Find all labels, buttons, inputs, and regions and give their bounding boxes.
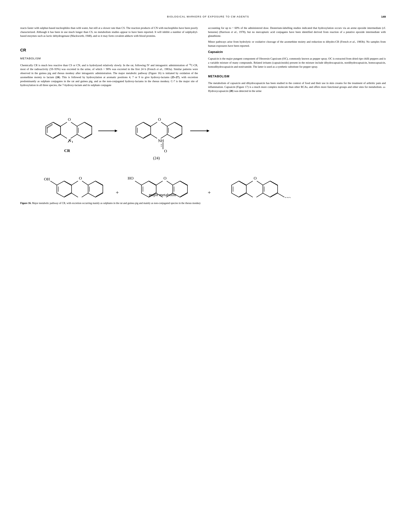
svg-marker-10 bbox=[77, 122, 92, 138]
svg-line-25 bbox=[151, 122, 157, 126]
svg-line-18 bbox=[60, 134, 67, 138]
svg-line-84 bbox=[239, 193, 246, 197]
svg-text:O: O bbox=[254, 176, 257, 181]
cr-oxygen-top: O bbox=[68, 117, 71, 122]
svg-text:NH: NH bbox=[158, 138, 164, 143]
svg-line-85 bbox=[246, 181, 253, 185]
svg-line-69 bbox=[167, 181, 173, 185]
svg-line-64 bbox=[149, 181, 156, 185]
svg-marker-40 bbox=[207, 130, 210, 132]
metabolism-subheading-left: METABOLISM bbox=[20, 56, 198, 60]
cr-structure: O N bbox=[46, 117, 92, 153]
svg-line-96 bbox=[246, 193, 253, 197]
right-para-1: accounting for up to ~ 60% of the admini… bbox=[208, 26, 386, 38]
svg-marker-20 bbox=[115, 130, 117, 132]
svg-line-91 bbox=[270, 193, 277, 197]
figure-caption: Figure 16. Major metabolic pathway of CR… bbox=[20, 201, 386, 205]
figure-caption-bold: Figure 16. bbox=[20, 202, 31, 204]
capsaicin-para-1: Capsaicin is the major pungent component… bbox=[208, 57, 386, 69]
figure-caption-text: Major metabolic pathway of CR, with excr… bbox=[31, 202, 201, 204]
svg-text:O: O bbox=[164, 149, 167, 153]
page-number: 149 bbox=[381, 15, 386, 19]
right-column: accounting for up to ~ 60% of the admini… bbox=[208, 26, 386, 95]
compound-25: OH O NH bbox=[44, 176, 103, 198]
svg-line-87 bbox=[257, 181, 263, 185]
svg-line-94 bbox=[256, 193, 263, 197]
svg-line-23 bbox=[144, 123, 151, 127]
svg-marker-2 bbox=[58, 127, 59, 133]
svg-text:OH: OH bbox=[44, 177, 50, 181]
svg-line-27 bbox=[161, 122, 167, 126]
svg-line-73 bbox=[180, 193, 187, 197]
metabolism-para: The metabolism of capsaicin and dihydroc… bbox=[208, 81, 386, 93]
svg-marker-81 bbox=[232, 181, 246, 197]
svg-line-47 bbox=[72, 181, 78, 185]
right-para-2: Minor pathways arise from hydrolytic or … bbox=[208, 40, 386, 48]
svg-line-13 bbox=[85, 134, 92, 138]
svg-line-53 bbox=[96, 193, 103, 197]
left-column: reacts faster with sulphur-based nucleop… bbox=[20, 26, 198, 95]
svg-line-44 bbox=[64, 193, 71, 197]
svg-line-66 bbox=[135, 181, 141, 185]
plus-sign-1: + bbox=[116, 189, 119, 195]
figure-16: O N bbox=[20, 102, 386, 205]
svg-line-34 bbox=[151, 134, 157, 138]
metabolism-subheading-right: METABOLISM bbox=[208, 74, 386, 78]
svg-marker-1 bbox=[47, 124, 52, 128]
svg-marker-28 bbox=[167, 122, 182, 138]
svg-line-83 bbox=[239, 181, 246, 185]
intro-paragraph: reacts faster with sulphur-based nucleop… bbox=[20, 26, 198, 38]
figure-svg-container: O N bbox=[20, 102, 386, 198]
compound-24: O NH O bbox=[136, 117, 182, 160]
svg-line-12 bbox=[85, 123, 92, 127]
svg-line-90 bbox=[270, 181, 277, 185]
svg-line-5 bbox=[53, 123, 60, 127]
svg-line-54 bbox=[82, 193, 88, 197]
cr-label: CR bbox=[64, 148, 70, 153]
svg-marker-41 bbox=[57, 181, 72, 197]
svg-text:HO: HO bbox=[128, 176, 134, 181]
svg-marker-0 bbox=[46, 122, 60, 138]
svg-line-9 bbox=[71, 122, 77, 126]
svg-line-30 bbox=[175, 123, 182, 127]
arrow-1 bbox=[98, 130, 117, 132]
svg-marker-88 bbox=[263, 181, 278, 197]
svg-line-92 bbox=[278, 193, 284, 197]
svg-text:O: O bbox=[164, 176, 167, 181]
cr-heading: CR bbox=[20, 47, 198, 53]
major-metabolite-label: major metabolite bbox=[149, 192, 176, 197]
svg-line-52 bbox=[96, 181, 103, 185]
main-content: reacts faster with sulphur-based nucleop… bbox=[20, 26, 386, 205]
svg-line-8 bbox=[60, 122, 67, 126]
plus-sign-2: + bbox=[208, 189, 211, 195]
svg-line-14 bbox=[71, 134, 77, 138]
svg-line-6 bbox=[53, 134, 60, 138]
svg-marker-50 bbox=[88, 181, 103, 197]
page: BIOLOGICAL MARKERS OF EXPOSURE TO CW AGE… bbox=[0, 0, 406, 532]
arrow-2 bbox=[190, 130, 210, 132]
compound-27: O HO NH bbox=[232, 176, 291, 198]
svg-line-43 bbox=[64, 181, 71, 185]
svg-line-32 bbox=[161, 134, 167, 138]
cr-nitrogen: N bbox=[68, 138, 71, 143]
svg-text:O: O bbox=[158, 117, 161, 122]
compound-24-label: (24) bbox=[153, 156, 160, 160]
svg-text:O: O bbox=[79, 176, 82, 181]
svg-line-67 bbox=[156, 181, 163, 185]
svg-marker-21 bbox=[136, 122, 151, 138]
svg-line-56 bbox=[72, 193, 78, 197]
cr-paragraph-1: Chemically CR is much less reactive than… bbox=[20, 63, 198, 87]
header-title: BIOLOGICAL MARKERS OF EXPOSURE TO CW AGE… bbox=[35, 15, 381, 19]
capsaicin-heading: Capsaicin bbox=[208, 50, 386, 54]
svg-line-24 bbox=[144, 134, 151, 138]
svg-line-31 bbox=[175, 134, 182, 138]
svg-text:NH: NH bbox=[164, 197, 169, 198]
page-header: BIOLOGICAL MARKERS OF EXPOSURE TO CW AGE… bbox=[20, 15, 386, 19]
svg-line-45 bbox=[51, 181, 57, 185]
svg-line-49 bbox=[82, 181, 88, 185]
svg-text:NH: NH bbox=[79, 197, 85, 198]
svg-text:NH: NH bbox=[254, 197, 260, 198]
svg-text:HO: HO bbox=[285, 196, 291, 198]
svg-line-72 bbox=[180, 181, 187, 185]
